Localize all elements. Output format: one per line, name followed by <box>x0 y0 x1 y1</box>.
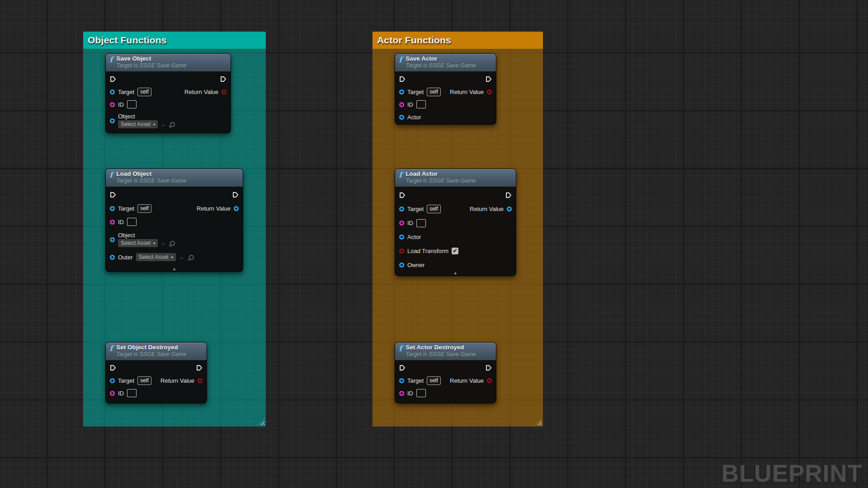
object-pin-icon[interactable] <box>399 235 404 239</box>
node-set-actor-destroyed[interactable]: f Set Actor Destroyed Target is SSGE Sav… <box>395 342 496 404</box>
pin-target[interactable]: Targetself <box>399 88 441 96</box>
use-selected-icon[interactable]: ← <box>160 122 167 127</box>
pin-target[interactable]: Targetself <box>399 205 441 213</box>
id-textbox[interactable] <box>127 218 137 226</box>
pin-exec-in[interactable] <box>110 76 116 82</box>
id-textbox[interactable] <box>416 100 426 108</box>
pin-exec-out[interactable] <box>220 76 226 82</box>
bool-pin-icon[interactable] <box>487 378 492 383</box>
id-textbox[interactable] <box>127 389 137 397</box>
node-save-object[interactable]: f Save Object Target is SSGE Save Game T… <box>105 53 231 133</box>
object-pin-icon[interactable] <box>110 118 115 123</box>
object-pin-icon[interactable] <box>110 255 115 260</box>
use-selected-icon[interactable]: ← <box>160 240 167 246</box>
node-header[interactable]: f Save Actor Target is SSGE Save Game <box>395 54 496 71</box>
pin-exec-out[interactable] <box>486 365 492 371</box>
pin-target[interactable]: Targetself <box>399 376 441 385</box>
use-selected-icon[interactable]: ← <box>179 254 186 260</box>
bool-pin-icon[interactable] <box>399 249 404 253</box>
exec-pin-icon[interactable] <box>220 76 226 82</box>
pin-exec-in[interactable] <box>399 365 406 371</box>
select-asset-dropdown[interactable]: Select Asset▾ <box>136 253 176 261</box>
object-pin-icon[interactable] <box>110 378 115 383</box>
node-set-object-destroyed[interactable]: f Set Object Destroyed Target is SSGE Sa… <box>105 342 207 404</box>
exec-pin-icon[interactable] <box>505 192 512 198</box>
node-load-object[interactable]: f Load Object Target is SSGE Save Game T… <box>105 169 243 272</box>
pin-outer[interactable]: OuterSelect Asset▾← <box>110 253 194 261</box>
pin-exec-in[interactable] <box>110 192 116 198</box>
object-pin-icon[interactable] <box>399 89 404 94</box>
pin-exec-in[interactable] <box>399 76 406 82</box>
pin-object[interactable]: ObjectSelect Asset▾← <box>110 232 175 247</box>
node-header[interactable]: f Load Object Target is SSGE Save Game <box>106 169 243 187</box>
node-header[interactable]: f Load Actor Target is SSGE Save Game <box>395 169 516 187</box>
comment-header[interactable]: Actor Functions <box>373 32 543 49</box>
id-pin-icon[interactable] <box>110 220 115 225</box>
pin-id[interactable]: ID <box>399 100 426 108</box>
object-pin-icon[interactable] <box>399 115 404 120</box>
bool-pin-icon[interactable] <box>222 89 226 94</box>
id-textbox[interactable] <box>416 389 426 397</box>
pin-return-value[interactable]: Return Value <box>184 89 226 95</box>
self-pill[interactable]: self <box>137 88 151 96</box>
bool-pin-icon[interactable] <box>198 378 203 383</box>
exec-pin-icon[interactable] <box>399 76 406 82</box>
pin-exec-out[interactable] <box>232 192 239 198</box>
browse-asset-icon[interactable] <box>189 255 194 260</box>
pin-target[interactable]: Targetself <box>110 204 151 213</box>
self-pill[interactable]: self <box>427 88 441 96</box>
exec-pin-icon[interactable] <box>399 365 406 371</box>
self-pill[interactable]: self <box>137 376 151 385</box>
pin-id[interactable]: ID <box>110 389 137 397</box>
object-pin-icon[interactable] <box>110 237 115 242</box>
collapse-node-button[interactable]: ▲ <box>172 267 176 271</box>
pin-exec-out[interactable] <box>505 192 512 198</box>
pin-return-value[interactable]: Return Value <box>450 377 492 384</box>
pin-load-transform[interactable]: Load Transform✔ <box>399 248 458 254</box>
node-save-actor[interactable]: f Save Actor Target is SSGE Save Game Ta… <box>395 53 496 125</box>
exec-pin-icon[interactable] <box>486 76 492 82</box>
node-header[interactable]: f Set Object Destroyed Target is SSGE Sa… <box>106 343 207 360</box>
pin-exec-in[interactable] <box>399 192 406 198</box>
id-pin-icon[interactable] <box>399 221 404 225</box>
pin-return-value[interactable]: Return Value <box>450 89 492 95</box>
bool-pin-icon[interactable] <box>487 89 492 94</box>
pin-exec-out[interactable] <box>196 365 203 371</box>
pin-owner[interactable]: Owner <box>399 262 425 268</box>
collapse-node-button[interactable]: ▲ <box>453 271 458 275</box>
pin-actor[interactable]: Actor <box>399 114 421 121</box>
browse-asset-icon[interactable] <box>170 122 175 127</box>
exec-pin-icon[interactable] <box>110 365 116 371</box>
browse-asset-icon[interactable] <box>170 241 175 246</box>
node-header[interactable]: f Set Actor Destroyed Target is SSGE Sav… <box>395 343 496 360</box>
comment-header[interactable]: Object Functions <box>83 32 266 49</box>
id-textbox[interactable] <box>127 100 137 108</box>
exec-pin-icon[interactable] <box>110 192 116 198</box>
pin-id[interactable]: ID <box>399 219 426 227</box>
object-pin-icon[interactable] <box>399 206 404 211</box>
object-pin-icon[interactable] <box>234 206 239 211</box>
pin-id[interactable]: ID <box>110 100 137 108</box>
object-pin-icon[interactable] <box>110 206 115 211</box>
select-asset-dropdown[interactable]: Select Asset▾ <box>118 239 158 247</box>
select-asset-dropdown[interactable]: Select Asset▾ <box>118 120 158 128</box>
id-pin-icon[interactable] <box>110 391 115 396</box>
exec-pin-icon[interactable] <box>232 192 239 198</box>
node-header[interactable]: f Save Object Target is SSGE Save Game <box>106 54 231 71</box>
id-pin-icon[interactable] <box>399 391 404 396</box>
id-textbox[interactable] <box>416 219 426 227</box>
exec-pin-icon[interactable] <box>399 192 406 198</box>
self-pill[interactable]: self <box>427 205 441 213</box>
pin-id[interactable]: ID <box>110 218 137 226</box>
pin-target[interactable]: Targetself <box>110 88 151 96</box>
exec-pin-icon[interactable] <box>486 365 492 371</box>
self-pill[interactable]: self <box>137 204 151 213</box>
pin-id[interactable]: ID <box>399 389 426 397</box>
id-pin-icon[interactable] <box>110 102 115 107</box>
pin-return-value[interactable]: Return Value <box>160 377 203 384</box>
pin-return-value[interactable]: Return Value <box>197 205 239 212</box>
exec-pin-icon[interactable] <box>110 76 116 82</box>
self-pill[interactable]: self <box>427 376 441 385</box>
pin-object[interactable]: ObjectSelect Asset▾← <box>110 113 175 128</box>
id-pin-icon[interactable] <box>399 102 404 107</box>
